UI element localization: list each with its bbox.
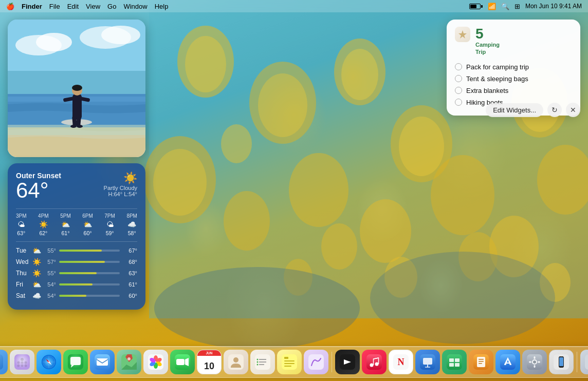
menubar-right: 📶 🔍 ⊞ Mon Jun 10 9:41 AM: [469, 3, 582, 10]
dock-reminders[interactable]: [250, 350, 275, 374]
reminder-checkbox-2[interactable]: [455, 75, 462, 82]
svg-rect-47: [0, 354, 3, 370]
svg-point-88: [257, 359, 259, 360]
reminder-checkbox-3[interactable]: [455, 87, 462, 94]
reminders-icon-svg: [457, 29, 468, 40]
svg-rect-92: [284, 360, 295, 361]
hour-item-5pm: 5PM ⛅ 61°: [60, 213, 71, 236]
go-menu[interactable]: Go: [107, 3, 116, 10]
svg-rect-80: [176, 359, 185, 365]
dock-music[interactable]: [362, 350, 387, 374]
finder-menu[interactable]: Finder: [22, 3, 42, 10]
hour-item-7pm: 7PM 🌤 59°: [104, 213, 115, 236]
weather-info: Outer Sunset 64°: [16, 172, 61, 203]
appletv-icon-svg: [340, 354, 355, 370]
news-icon-svg: N: [393, 354, 409, 370]
edit-widgets-button[interactable]: Edit Widgets...: [486, 103, 543, 117]
keynote-icon-svg: [420, 354, 435, 370]
dock-freeform[interactable]: [304, 350, 328, 374]
mail-icon-svg: [95, 354, 110, 370]
dock-contacts[interactable]: [224, 350, 248, 374]
weather-top-row: Outer Sunset 64° ☀️ Partly Cloudy H:64° …: [16, 172, 137, 203]
calendar-month: JUN: [206, 351, 212, 355]
freeform-icon-svg: [308, 354, 324, 370]
dock-safari[interactable]: [36, 350, 61, 374]
dock-appstore[interactable]: A: [495, 350, 520, 374]
dock-keynote[interactable]: [415, 350, 440, 374]
svg-rect-118: [479, 363, 482, 364]
dock-settings[interactable]: [522, 350, 547, 374]
dock-mail[interactable]: [90, 350, 115, 374]
weather-condition: Partly Cloudy: [104, 185, 137, 191]
dock-messages[interactable]: [63, 350, 88, 374]
safari-icon-svg: [41, 354, 57, 370]
search-icon[interactable]: 🔍: [501, 3, 509, 10]
help-menu[interactable]: Help: [155, 3, 169, 10]
dock-iphone-mirroring[interactable]: [549, 350, 574, 374]
dock-finder[interactable]: [0, 350, 8, 374]
reminder-item-2: Tent & sleeping bags: [455, 73, 572, 85]
wifi-icon: 📶: [488, 3, 496, 10]
svg-rect-95: [284, 357, 288, 359]
svg-rect-93: [284, 363, 295, 364]
view-menu[interactable]: View: [86, 3, 100, 10]
window-menu[interactable]: Window: [123, 3, 147, 10]
svg-rect-131: [559, 357, 563, 366]
svg-rect-125: [534, 356, 536, 359]
weather-condition-row: ☀️ Partly Cloudy H:64° L:54°: [104, 172, 137, 197]
svg-point-100: [370, 364, 374, 367]
svg-rect-115: [477, 357, 485, 367]
photos-icon-svg: [148, 354, 163, 370]
iphone-mirroring-icon-svg: [554, 354, 569, 370]
dock-launchpad[interactable]: [10, 350, 34, 374]
apple-menu[interactable]: 🍎: [6, 3, 14, 10]
edit-menu[interactable]: Edit: [67, 3, 79, 10]
daily-forecast: Tue ⛅ 55° 67° Wed ☀️ 57° 68° Thu ☀️ 55° …: [16, 241, 137, 301]
dock-notes[interactable]: [277, 350, 302, 374]
svg-point-46: [77, 125, 83, 128]
dock-maps[interactable]: [117, 350, 141, 374]
dock-appletv[interactable]: [335, 350, 360, 374]
svg-point-89: [257, 361, 259, 363]
dock-trash[interactable]: [580, 350, 588, 374]
reminder-text-3: Extra blankets: [466, 87, 508, 94]
reminder-item-3: Extra blankets: [455, 85, 572, 97]
hourly-forecast: 3PM 🌤 63° 4PM ☀️ 62° 5PM ⛅ 61° 6PM ⛅ 60°…: [16, 208, 137, 236]
music-icon-svg: [366, 354, 382, 370]
maps-icon-svg: [121, 354, 137, 370]
notes-icon-svg: [282, 354, 297, 370]
reminders-widget: 5 CampingTrip Pack for camping trip Tent…: [447, 20, 580, 116]
svg-point-90: [257, 364, 259, 366]
file-menu[interactable]: File: [49, 3, 60, 10]
svg-point-40: [72, 85, 82, 91]
svg-point-57: [17, 365, 20, 367]
reminder-text-2: Tent & sleeping bags: [466, 75, 528, 83]
day-row-fri: Fri ⛅ 54° 61°: [16, 279, 137, 290]
rotate-button[interactable]: ↻: [547, 103, 562, 117]
control-center-icon[interactable]: ⊞: [514, 3, 520, 10]
svg-rect-110: [449, 358, 454, 362]
day-row-tue: Tue ⛅ 55° 67°: [16, 245, 137, 256]
dock-photos[interactable]: [143, 350, 168, 374]
numbers-icon-svg: [447, 354, 462, 370]
svg-point-56: [25, 361, 27, 364]
close-button[interactable]: ✕: [566, 103, 580, 117]
svg-point-45: [70, 125, 77, 128]
dock-calendar[interactable]: JUN 10: [197, 350, 222, 374]
dock-facetime[interactable]: [170, 350, 195, 374]
reminder-checkbox-1[interactable]: [455, 63, 462, 70]
dock-pages[interactable]: [469, 350, 493, 374]
photo-widget: [8, 20, 145, 157]
weather-temp: 64°: [16, 180, 61, 201]
battery-indicator: [469, 4, 483, 9]
hour-item-4pm: 4PM ☀️ 62°: [38, 213, 49, 236]
dock-news[interactable]: N: [389, 350, 413, 374]
reminders-dock-icon-svg: [255, 354, 270, 370]
trash-icon-svg: [585, 354, 588, 370]
launchpad-icon-svg: [14, 354, 30, 370]
svg-point-101: [375, 363, 379, 366]
svg-rect-111: [455, 358, 460, 362]
dock-numbers[interactable]: [442, 350, 467, 374]
reminder-checkbox-4[interactable]: [455, 99, 462, 106]
svg-rect-68: [97, 358, 108, 366]
